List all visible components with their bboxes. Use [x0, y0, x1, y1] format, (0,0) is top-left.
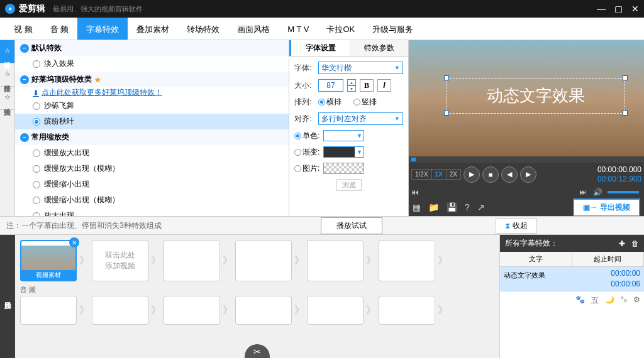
color-gradient-radio[interactable]: 渐变: — [294, 147, 319, 158]
effect-item[interactable]: 缓慢放大出现（模糊） — [15, 161, 289, 176]
arrange-vertical[interactable]: 竖排 — [353, 97, 377, 107]
collapse-button[interactable]: ⧗收起 — [496, 218, 537, 234]
subtitle-row[interactable]: 动态文字效果 00:00:0000:00:06 — [500, 267, 644, 291]
tab-1[interactable]: 音 频 — [42, 18, 78, 40]
effect-group-default[interactable]: −默认特效 — [15, 40, 289, 56]
app-tagline: 最易用、强大的视频剪辑软件 — [53, 4, 143, 14]
tab-effect-params[interactable]: 特效参数 — [350, 40, 408, 56]
audio-slot[interactable] — [235, 296, 292, 325]
tool-paw-icon[interactable]: 🐾 — [575, 295, 585, 306]
resize-handle[interactable] — [623, 111, 628, 116]
audio-slot[interactable] — [20, 296, 77, 325]
play-test-button[interactable]: 播放试试 — [321, 217, 382, 234]
effect-item[interactable]: 缓慢缩小出现 — [15, 176, 289, 192]
next-frame-button[interactable]: ▶ — [520, 166, 536, 183]
tab-4[interactable]: 转场特效 — [178, 18, 228, 40]
empty-slot[interactable] — [307, 240, 364, 281]
sidetab-2[interactable]: ☆ 消失特效 — [0, 87, 14, 110]
volume-icon[interactable]: 🔊 — [593, 188, 602, 197]
speed-2x[interactable]: 2X — [447, 170, 460, 179]
maximize-button[interactable]: ▢ — [614, 4, 623, 14]
stop-button[interactable]: ■ — [482, 166, 499, 183]
effect-item[interactable]: 缤纷秋叶 — [15, 114, 289, 129]
resize-handle[interactable] — [623, 75, 628, 80]
audio-slot[interactable] — [164, 296, 220, 325]
cut-button[interactable]: ✂ — [245, 344, 270, 358]
audio-slot[interactable] — [307, 296, 364, 325]
more-effects-link[interactable]: ⬇点击此处获取更多好莱坞顶级特效！ — [15, 87, 289, 98]
close-button[interactable]: ✕ — [631, 4, 639, 14]
help-icon[interactable]: ? — [465, 202, 470, 212]
export-button[interactable]: ▣→导出视频 — [573, 198, 640, 217]
italic-button[interactable]: I — [377, 79, 391, 92]
effects-list[interactable]: −默认特效 淡入效果 −好莱坞顶级特效类 ★ ⬇点击此处获取更多好莱坞顶级特效！… — [15, 40, 289, 216]
gradient-color-picker[interactable]: ▼ — [323, 146, 364, 158]
align-select[interactable]: 多行时左对齐▼ — [318, 112, 403, 125]
tab-7[interactable]: 卡拉OK — [318, 18, 364, 40]
new-icon[interactable]: ▦ — [413, 202, 421, 212]
prev-clip-button[interactable]: ⏮ — [411, 188, 419, 197]
sidetab-0[interactable]: ☆ 出现特效 — [0, 40, 14, 63]
minimize-button[interactable]: — — [597, 4, 606, 14]
tool-dots-icon[interactable]: °₀ — [621, 295, 627, 306]
resize-handle[interactable] — [444, 75, 449, 80]
arrange-horizontal[interactable]: 横排 — [318, 97, 341, 107]
size-input[interactable]: 87 — [318, 79, 343, 92]
collapse-icon[interactable]: − — [20, 133, 29, 142]
effect-item[interactable]: 沙砾飞舞 — [15, 98, 289, 114]
empty-slot[interactable] — [379, 240, 435, 281]
save-icon[interactable]: 💾 — [447, 202, 457, 212]
preview-canvas[interactable]: 动态文字效果 — [409, 40, 644, 156]
tab-5[interactable]: 画面风格 — [228, 18, 279, 40]
volume-slider[interactable] — [608, 191, 639, 193]
speed-1x[interactable]: 1X — [432, 170, 447, 179]
delete-subtitle-button[interactable]: 🗑 — [631, 239, 639, 248]
tab-3[interactable]: 叠加素材 — [128, 18, 178, 40]
radio-icon — [33, 181, 40, 188]
effect-group-hollywood[interactable]: −好莱坞顶级特效类 ★ — [15, 72, 289, 87]
effect-group-zoom[interactable]: −常用缩放类 — [15, 129, 289, 145]
prev-frame-button[interactable]: ◀ — [501, 166, 518, 183]
tab-6[interactable]: M T V — [279, 18, 318, 40]
font-select[interactable]: 华文行楷▼ — [318, 62, 403, 74]
tab-2[interactable]: 字幕特效 — [77, 18, 128, 40]
tab-8[interactable]: 升级与服务 — [364, 18, 422, 40]
bold-button[interactable]: B — [360, 79, 374, 92]
seek-bar[interactable] — [409, 156, 644, 163]
next-clip-button[interactable]: ⏭ — [579, 188, 587, 197]
size-down[interactable]: ▼ — [347, 85, 356, 92]
effect-item[interactable]: 缓慢缩小出现（模糊） — [15, 192, 289, 208]
video-clip[interactable]: 视频素材✕ — [20, 240, 77, 281]
color-solid-radio[interactable]: 单色: — [294, 131, 319, 141]
size-up[interactable]: ▲ — [347, 79, 356, 85]
empty-slot[interactable] — [235, 240, 292, 281]
collapse-icon[interactable]: − — [20, 44, 29, 53]
audio-slot[interactable] — [379, 296, 435, 325]
tool-five[interactable]: 五 — [591, 295, 599, 306]
resize-handle[interactable] — [444, 111, 449, 116]
tab-0[interactable]: 视 频 — [5, 18, 42, 40]
effect-item[interactable]: 缓慢放大出现 — [15, 145, 289, 161]
tab-font-settings[interactable]: 字体设置 — [289, 40, 350, 56]
radio-icon — [33, 60, 40, 68]
speed-half[interactable]: 1/2X — [412, 170, 432, 179]
audio-slot[interactable] — [92, 296, 148, 325]
arrow-icon: 》 — [79, 254, 89, 268]
play-button[interactable]: ▶ — [464, 166, 480, 183]
tool-gear-icon[interactable]: ⚙ — [633, 295, 640, 306]
effect-item[interactable]: 放大出现 — [15, 208, 289, 216]
solid-color-picker[interactable]: ▼ — [323, 130, 364, 141]
browse-button[interactable]: 浏览 — [336, 179, 362, 191]
share-icon[interactable]: ↗ — [477, 202, 485, 212]
add-subtitle-button[interactable]: ✚ — [619, 239, 625, 248]
add-video-slot[interactable]: 双击此处 添加视频 — [92, 240, 148, 281]
color-image-radio[interactable]: 图片: — [294, 163, 319, 174]
sidetab-1[interactable]: ☆ 停留特效 — [0, 63, 14, 87]
effect-item[interactable]: 淡入效果 — [15, 56, 289, 72]
tool-moon-icon[interactable]: 🌙 — [605, 295, 614, 306]
remove-clip-button[interactable]: ✕ — [69, 237, 79, 247]
text-overlay[interactable]: 动态文字效果 — [447, 78, 625, 114]
empty-slot[interactable] — [164, 240, 220, 281]
collapse-icon[interactable]: − — [20, 75, 29, 84]
open-icon[interactable]: 📁 — [428, 202, 439, 212]
